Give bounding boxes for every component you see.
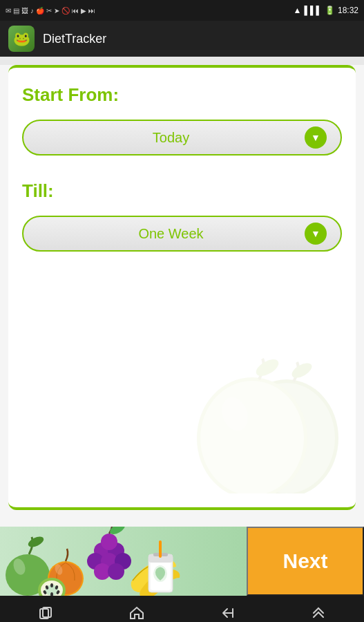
clock: 18:32 <box>338 6 358 15</box>
app-title: DietTracker <box>43 32 106 46</box>
app-icon-emoji: 🐸 <box>13 30 30 47</box>
start-from-arrow-icon: ▼ <box>305 126 327 149</box>
form-card: Start From: Today ▼ Till: One Week ▼ <box>8 65 356 510</box>
start-from-label: Start From: <box>22 84 342 106</box>
scissors-icon: ✂ <box>46 7 52 15</box>
svg-point-5 <box>253 356 281 379</box>
main-content: Start From: Today ▼ Till: One Week ▼ <box>0 65 364 527</box>
svg-point-8 <box>27 534 46 549</box>
apple-svg <box>190 355 342 493</box>
svg-point-20 <box>108 563 124 580</box>
apple-icon: 🍎 <box>36 7 44 15</box>
notification-icon: ✉ <box>6 7 11 15</box>
bottom-strip: Next <box>0 527 364 596</box>
signal-icon: ▌▌▌ <box>304 6 322 15</box>
till-value: One Week <box>37 226 305 242</box>
sim-icon: ▤ <box>13 7 19 15</box>
status-icons-right: ▲ ▌▌▌ 🔋 18:32 <box>294 6 358 15</box>
media-icon: ⏮ <box>72 7 79 15</box>
title-bar: 🐸 DietTracker <box>0 21 364 57</box>
home-icon[interactable] <box>128 605 145 621</box>
svg-point-2 <box>289 360 314 381</box>
app-icon: 🐸 <box>8 26 35 52</box>
start-from-dropdown[interactable]: Today ▼ <box>22 120 342 156</box>
music-icon: ♪ <box>30 7 34 15</box>
svg-point-26 <box>50 583 53 587</box>
till-label: Till: <box>22 180 342 202</box>
start-from-value: Today <box>37 130 305 146</box>
skip-icon: ⏭ <box>88 7 95 15</box>
till-dropdown[interactable]: One Week ▼ <box>22 216 342 252</box>
arrow-icon: ➤ <box>54 7 59 15</box>
fruit-svg <box>0 527 193 596</box>
nav-bar <box>0 596 364 622</box>
till-arrow-icon: ▼ <box>305 223 327 245</box>
svg-point-4 <box>200 381 304 493</box>
battery-icon: 🔋 <box>325 6 335 15</box>
svg-rect-35 <box>159 540 162 558</box>
wifi-icon: ▲ <box>294 6 302 15</box>
svg-point-15 <box>101 534 117 550</box>
next-button-label: Next <box>282 549 327 573</box>
status-icons-left: ✉ ▤ 🖼 ♪ 🍎 ✂ ➤ 🚫 ⏮ ▶ ⏭ <box>6 7 95 15</box>
fruit-area <box>0 527 247 596</box>
photo-icon: 🖼 <box>21 7 28 15</box>
play-icon: ▶ <box>81 7 86 15</box>
status-bar: ✉ ▤ 🖼 ♪ 🍎 ✂ ➤ 🚫 ⏮ ▶ ⏭ ▲ ▌▌▌ 🔋 18:32 <box>0 0 364 21</box>
menu-icon[interactable] <box>310 605 327 621</box>
apple-watermark <box>190 355 342 493</box>
recent-apps-icon[interactable] <box>37 605 54 621</box>
back-icon[interactable] <box>219 605 236 621</box>
block-icon: 🚫 <box>61 7 70 15</box>
next-button[interactable]: Next <box>247 527 364 596</box>
